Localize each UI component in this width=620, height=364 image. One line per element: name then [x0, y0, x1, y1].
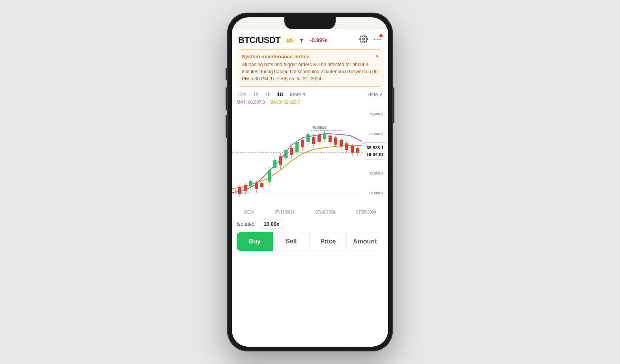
ma7-label: MA7: 66,907.3	[237, 100, 265, 104]
svg-rect-21	[279, 156, 282, 165]
tf-more[interactable]: More ▾	[290, 91, 306, 97]
notice-body: All trading bots and trigger orders will…	[242, 61, 378, 82]
svg-rect-27	[295, 142, 299, 152]
phone-mockup: BTC/USDT 10x ▼ -0.99% ···	[227, 13, 393, 351]
svg-text:53,289.0: 53,289.0	[233, 188, 245, 191]
svg-text:70,000.0: 70,000.0	[369, 112, 383, 116]
screen-content: BTC/USDT 10x ▼ -0.99% ···	[232, 29, 388, 347]
header-right: ···	[359, 35, 382, 45]
amount-column[interactable]: Amount	[347, 232, 384, 251]
leverage-badge[interactable]: 10x	[284, 37, 295, 43]
notice-close-button[interactable]: ×	[375, 53, 379, 60]
svg-rect-39	[323, 133, 326, 139]
tooltip-price: 65,528.1	[366, 145, 384, 151]
price-change: -0.99%	[310, 37, 327, 43]
tf-1d[interactable]: 1D	[277, 91, 284, 97]
ma-indicators: MA7: 66,907.3 MA30: 62,828.7	[232, 99, 388, 106]
svg-rect-15	[260, 183, 263, 187]
buy-sell-row: Buy Sell Price Amount	[237, 232, 383, 251]
svg-text:65,000.0: 65,000.0	[369, 132, 383, 136]
tf-4h[interactable]: 4h	[265, 91, 271, 97]
pair-dropdown-icon[interactable]: ▼	[299, 37, 304, 43]
tf-15m[interactable]: 15m	[237, 91, 247, 97]
chart-area: 70,050.0	[232, 106, 388, 208]
tf-1h[interactable]: 1h	[253, 91, 258, 97]
svg-text:55,000.0: 55,000.0	[369, 171, 383, 175]
ma30-label: MA30: 62,828.7	[270, 100, 301, 104]
header-left: BTC/USDT 10x ▼ -0.99%	[238, 35, 359, 45]
trading-header: BTC/USDT 10x ▼ -0.99% ···	[232, 29, 388, 49]
svg-rect-49	[351, 146, 354, 153]
svg-rect-47	[345, 143, 348, 150]
svg-rect-13	[255, 183, 258, 189]
price-column[interactable]: Price	[310, 232, 347, 251]
svg-rect-35	[312, 137, 315, 144]
phone-notch	[284, 17, 336, 29]
trade-mode-row: Isolated 10.00x	[237, 219, 383, 229]
tf-hide[interactable]: Hide ∧	[368, 91, 383, 97]
timeframe-bar: 15m 1h 4h 1D More ▾ Hide ∧	[232, 90, 388, 99]
x-label-1: /2024	[244, 210, 254, 214]
svg-rect-33	[306, 134, 310, 142]
svg-rect-45	[340, 140, 343, 147]
sell-column[interactable]: Sell	[273, 232, 310, 251]
notice-title: System maintenance notice	[242, 54, 378, 59]
tooltip-time: 19:04:01	[366, 151, 384, 158]
more-menu-wrapper: ···	[373, 36, 382, 44]
notification-dot	[379, 34, 383, 37]
svg-rect-11	[249, 181, 252, 186]
svg-rect-43	[334, 137, 337, 145]
x-axis: /2024 07/11/2024 07/18/2024 07/26/2024	[232, 208, 388, 216]
maintenance-notice: System maintenance notice All trading bo…	[237, 49, 383, 87]
svg-text:Bot R: 0.041%: Bot R: 0.041%	[233, 191, 250, 194]
buy-button[interactable]: Buy	[237, 232, 273, 251]
x-label-3: 07/18/2024	[316, 210, 335, 214]
phone-screen: BTC/USDT 10x ▼ -0.99% ···	[232, 17, 388, 347]
trade-section: Isolated 10.00x Buy Sell Price Amount	[232, 216, 388, 251]
isolated-label: Isolated	[237, 221, 255, 227]
trading-pair[interactable]: BTC/USDT	[238, 35, 280, 45]
svg-text:50,000.0: 50,000.0	[369, 191, 383, 195]
svg-rect-37	[317, 135, 321, 142]
svg-rect-25	[290, 148, 293, 155]
svg-rect-41	[329, 136, 332, 142]
price-tooltip: 65,528.1 19:04:01	[363, 143, 387, 160]
svg-point-0	[362, 38, 365, 40]
svg-text:70,050.0: 70,050.0	[312, 126, 326, 130]
svg-rect-17	[268, 170, 271, 182]
svg-rect-23	[284, 150, 288, 158]
x-label-2: 07/11/2024	[275, 210, 295, 214]
svg-rect-19	[273, 160, 276, 168]
leverage-pill[interactable]: 10.00x	[259, 219, 285, 229]
settings-icon[interactable]	[359, 35, 368, 45]
svg-rect-29	[301, 140, 304, 147]
x-label-4: 07/26/2024	[356, 210, 376, 214]
